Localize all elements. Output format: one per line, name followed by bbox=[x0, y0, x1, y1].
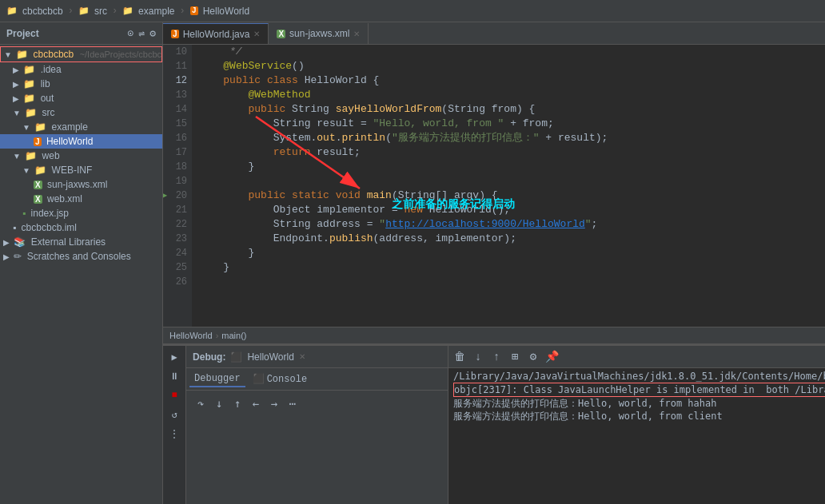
sidebar-item-helloworld[interactable]: J HelloWorld bbox=[0, 134, 162, 149]
console-clear-btn[interactable]: 🗑 bbox=[452, 349, 468, 365]
sunjaxws-label: sun-jaxws.xml bbox=[47, 179, 107, 190]
code-line-25: } bbox=[198, 260, 825, 275]
example-folder-icon: 📁 bbox=[34, 121, 46, 133]
webxml-label: web.xml bbox=[47, 193, 82, 204]
debug-pause-btn[interactable]: ⏸ bbox=[166, 368, 182, 384]
console-pin-btn[interactable]: 📌 bbox=[544, 349, 560, 365]
code-line-16: System.out.println("服务端方法提供的打印信息：" + res… bbox=[198, 131, 825, 145]
code-line-17: return result; bbox=[198, 145, 825, 160]
sidebar-item-out[interactable]: ▶ 📁 out bbox=[0, 91, 162, 105]
project-icon: 📁 bbox=[6, 6, 18, 16]
lib-label: lib bbox=[41, 78, 50, 89]
code-line-23: Endpoint.publish(address, implementor); bbox=[198, 232, 825, 246]
debug-more-btn[interactable]: ⋮ bbox=[166, 426, 182, 442]
console-line-5: 服务端方法提供的打印信息：Hello, world, from client bbox=[453, 410, 825, 423]
code-line-22: String address = "http://localhost:9000/… bbox=[198, 217, 825, 232]
title-bar: 📁 cbcbcbcb › 📁 src › 📁 example › J Hello… bbox=[0, 0, 825, 22]
console-area: 🗑 ↓ ↑ ⊞ ⚙ 📌 /Library/Java/JavaVirtualMac… bbox=[448, 346, 825, 504]
tab-console[interactable]: ⬛ Console bbox=[248, 371, 312, 387]
sidebar-target-icon[interactable]: ⊙ bbox=[128, 27, 134, 40]
out-folder-icon: 📁 bbox=[23, 93, 35, 104]
iml-file-icon: ▪ bbox=[13, 222, 16, 233]
title-helloworld: HelloWorld bbox=[203, 6, 249, 17]
debug-step-over[interactable]: ↷ bbox=[193, 395, 209, 411]
helloworld-icon: J bbox=[190, 6, 198, 15]
sidebar-item-src[interactable]: ▼ 📁 src bbox=[0, 105, 162, 120]
sidebar-header-icons: ⊙ ⇌ ⚙ bbox=[128, 27, 156, 40]
code-line-11: @WebService() bbox=[198, 59, 825, 73]
debug-run-cursor[interactable]: → bbox=[266, 395, 282, 411]
console-line-1: /Library/Java/JavaVirtualMachines/jdk1.8… bbox=[453, 370, 825, 383]
tab-sunjaxws-close[interactable]: ✕ bbox=[353, 30, 360, 38]
sidebar-item-iml[interactable]: ▪ cbcbcbcb.iml bbox=[0, 220, 162, 235]
tab-helloworld-label: HelloWorld.java bbox=[183, 29, 250, 40]
scratches-label: Scratches and Consoles bbox=[27, 251, 131, 262]
tab-sunjaxws[interactable]: X sun-jaxws.xml ✕ bbox=[269, 23, 369, 44]
code-line-19 bbox=[198, 174, 825, 189]
sidebar-item-webinf[interactable]: ▼ 📁 WEB-INF bbox=[0, 163, 162, 177]
debug-close-btn[interactable]: ✕ bbox=[299, 352, 305, 361]
webinf-folder-icon: 📁 bbox=[34, 165, 46, 176]
console-settings-btn[interactable]: ⚙ bbox=[525, 349, 541, 365]
root-path: ~/IdeaProjects/cbcbc bbox=[80, 50, 161, 59]
code-line-24: } bbox=[198, 246, 825, 260]
console-scroll-start-btn[interactable]: ↑ bbox=[488, 349, 504, 365]
breadcrumb-bar: HelloWorld › main() bbox=[163, 327, 825, 344]
sidebar: Project ⊙ ⇌ ⚙ ▼ 📁 cbcbcbcb ~/IdeaProject… bbox=[0, 22, 163, 504]
code-line-21: Object implementor = new HelloWorld(); bbox=[198, 203, 825, 217]
sidebar-title: Project bbox=[6, 28, 39, 39]
sidebar-item-lib[interactable]: ▶ 📁 lib bbox=[0, 77, 162, 91]
title-src: src bbox=[94, 6, 107, 17]
console-filter-btn[interactable]: ⊞ bbox=[507, 349, 523, 365]
debug-resume-btn[interactable]: ▶ bbox=[166, 349, 182, 365]
console-icon: ⬛ bbox=[253, 373, 265, 385]
debug-step-back[interactable]: ← bbox=[248, 395, 264, 411]
breadcrumb-method: main() bbox=[221, 331, 246, 340]
tree-root[interactable]: ▼ 📁 cbcbcbcb ~/IdeaProjects/cbcbc bbox=[0, 46, 162, 62]
helloworld-file-icon: J bbox=[34, 137, 42, 146]
tab-helloworld-close[interactable]: ✕ bbox=[253, 30, 260, 38]
debug-toolbar: Debugger ⬛ Console bbox=[186, 368, 448, 391]
sidebar-item-sunjaxws[interactable]: X sun-jaxws.xml bbox=[0, 177, 162, 192]
sidebar-settings-icon[interactable]: ⚙ bbox=[149, 27, 156, 40]
console-line-4: 服务端方法提供的打印信息：Hello, world, from hahah bbox=[453, 397, 825, 410]
sidebar-item-indexjsp[interactable]: ▪ index.jsp bbox=[0, 206, 162, 220]
code-line-12: public class HelloWorld { bbox=[198, 73, 825, 88]
code-content[interactable]: */ @WebService() public class HelloWorld… bbox=[192, 45, 825, 327]
tab-java-icon: J bbox=[171, 30, 179, 38]
editor-area: J HelloWorld.java ✕ X sun-jaxws.xml ✕ 10… bbox=[163, 22, 825, 344]
iml-label: cbcbcbcb.iml bbox=[22, 222, 77, 233]
root-folder-icon: 📁 bbox=[16, 49, 28, 60]
src-icon: 📁 bbox=[78, 6, 90, 16]
tab-helloworld[interactable]: J HelloWorld.java ✕ bbox=[163, 23, 269, 44]
code-editor[interactable]: 10 11 12 13 14 15 16 17 18 19 ▶ 20 21 22 bbox=[163, 45, 825, 327]
editor-column: J HelloWorld.java ✕ X sun-jaxws.xml ✕ 10… bbox=[163, 22, 825, 504]
indexjsp-label: index.jsp bbox=[31, 208, 69, 219]
console-content[interactable]: /Library/Java/JavaVirtualMachines/jdk1.8… bbox=[448, 368, 825, 504]
extlibs-label: External Libraries bbox=[31, 236, 106, 248]
console-scroll-end-btn[interactable]: ↓ bbox=[470, 349, 486, 365]
code-line-20: public static void main(String[] argv) { bbox=[198, 189, 825, 203]
sidebar-item-webxml[interactable]: X web.xml bbox=[0, 192, 162, 206]
bottom-panel: ▶ ⏸ ■ ↺ ⋮ Debug: ⬛ HelloWorld ✕ Debugger… bbox=[163, 344, 825, 504]
debug-step-into[interactable]: ↓ bbox=[211, 395, 227, 411]
debug-rerun-btn[interactable]: ↺ bbox=[166, 407, 182, 423]
sidebar-item-web[interactable]: ▼ 📁 web bbox=[0, 149, 162, 163]
debug-side-icons: ▶ ⏸ ■ ↺ ⋮ bbox=[163, 346, 186, 504]
code-line-13: @WebMethod bbox=[198, 88, 825, 102]
debug-stop-btn[interactable]: ■ bbox=[166, 387, 182, 403]
debug-evaluate[interactable]: ⋯ bbox=[285, 395, 301, 411]
debug-step-out[interactable]: ↑ bbox=[229, 395, 245, 411]
tab-bar: J HelloWorld.java ✕ X sun-jaxws.xml ✕ bbox=[163, 22, 825, 45]
sidebar-layout-icon[interactable]: ⇌ bbox=[138, 27, 145, 40]
sidebar-item-extlibs[interactable]: ▶ 📚 External Libraries bbox=[0, 235, 162, 249]
debug-content: ↷ ↓ ↑ ← → ⋯ bbox=[186, 391, 448, 504]
debug-header: Debug: ⬛ HelloWorld ✕ bbox=[186, 346, 448, 368]
run-gutter-icon[interactable]: ▶ bbox=[163, 189, 167, 203]
tab-debugger[interactable]: Debugger bbox=[189, 371, 245, 387]
sidebar-item-idea[interactable]: ▶ 📁 .idea bbox=[0, 62, 162, 77]
sidebar-item-example[interactable]: ▼ 📁 example bbox=[0, 120, 162, 134]
sidebar-header: Project ⊙ ⇌ ⚙ bbox=[0, 22, 162, 45]
code-line-26 bbox=[198, 275, 825, 289]
sidebar-item-scratches[interactable]: ▶ ✏ Scratches and Consoles bbox=[0, 249, 162, 264]
